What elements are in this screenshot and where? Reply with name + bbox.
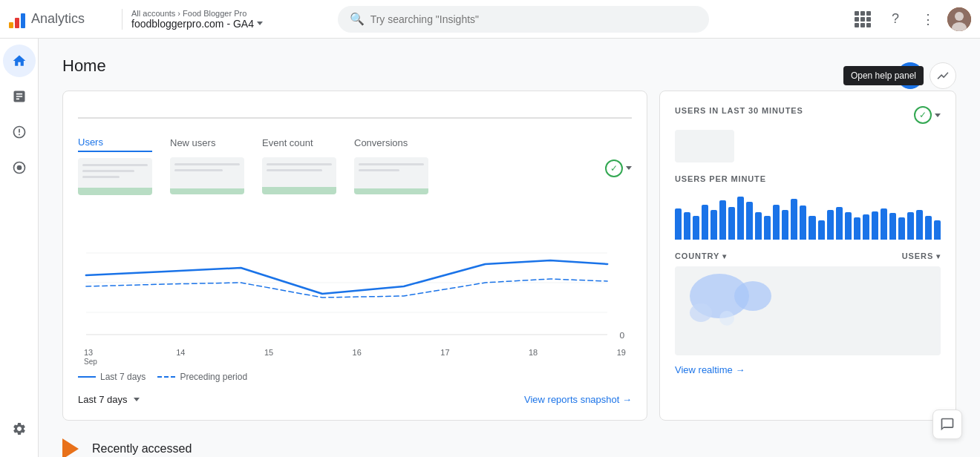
bar bbox=[889, 213, 896, 240]
account-name-selector[interactable]: foodbloggerpro.com - GA4 bbox=[131, 18, 263, 30]
bar bbox=[702, 205, 708, 240]
apps-button[interactable] bbox=[849, 6, 876, 33]
legend-last-7-days: Last 7 days bbox=[78, 372, 146, 382]
users-per-minute-title: USERS PER MINUTE bbox=[675, 174, 941, 183]
metric-conversions-thumb bbox=[354, 157, 428, 194]
chart-label-17: 17 bbox=[440, 348, 449, 366]
country-users-row: COUNTRY ▾ USERS ▾ bbox=[675, 251, 941, 260]
chart-label-15: 15 bbox=[264, 348, 273, 366]
svg-marker-10 bbox=[62, 438, 79, 457]
logo-icon bbox=[9, 10, 25, 28]
period-chevron-icon bbox=[134, 398, 140, 401]
bar bbox=[728, 207, 735, 240]
sidebar-bottom bbox=[3, 412, 36, 451]
account-chevron-down-icon bbox=[257, 22, 263, 25]
metric-users-thumb bbox=[78, 158, 152, 195]
realtime-check-circle: ✓ bbox=[914, 106, 932, 124]
country-label[interactable]: COUNTRY ▾ bbox=[675, 251, 727, 260]
bar bbox=[808, 216, 815, 240]
line-chart: 0 bbox=[78, 223, 632, 342]
bar bbox=[881, 208, 887, 240]
main-chart-card: Users New users bbox=[62, 91, 647, 421]
chat-button[interactable] bbox=[932, 410, 962, 439]
metric-conversions[interactable]: Conversions bbox=[354, 131, 446, 205]
trend-button[interactable] bbox=[930, 62, 956, 89]
bar bbox=[854, 217, 860, 240]
metric-event-count-label: Event count bbox=[262, 137, 336, 151]
bar bbox=[755, 212, 762, 240]
chart-label-19: 19 bbox=[617, 348, 626, 366]
logo-bar-2 bbox=[15, 18, 19, 28]
view-reports-link[interactable]: View reports snapshot → bbox=[524, 394, 632, 405]
svg-point-1 bbox=[955, 12, 964, 21]
users-label[interactable]: USERS ▾ bbox=[902, 251, 941, 260]
sidebar-item-explore[interactable] bbox=[3, 116, 36, 148]
legend-preceding-period: Preceding period bbox=[157, 372, 247, 382]
search-bar[interactable]: 🔍 bbox=[338, 6, 709, 33]
sidebar-item-advertising[interactable] bbox=[3, 151, 36, 184]
metric-new-users[interactable]: New users bbox=[170, 131, 262, 205]
topbar: Analytics All accounts › Food Blogger Pr… bbox=[0, 0, 980, 39]
metrics-row: Users New users bbox=[78, 131, 632, 206]
page-title: Home bbox=[62, 56, 956, 76]
map-blob-2 bbox=[734, 281, 771, 311]
bar bbox=[863, 214, 869, 240]
chart-label-14: 14 bbox=[176, 348, 185, 366]
chart-label-16: 16 bbox=[353, 348, 362, 366]
help-button[interactable]: ? bbox=[882, 6, 909, 33]
bar bbox=[710, 210, 717, 240]
account-info: All accounts › Food Blogger Pro foodblog… bbox=[122, 9, 263, 30]
map-area bbox=[675, 266, 941, 355]
bar bbox=[719, 200, 726, 240]
chart-x-labels: 13Sep 14 15 16 17 18 19 bbox=[78, 348, 632, 366]
bar bbox=[737, 197, 744, 240]
chart-legend: Last 7 days Preceding period bbox=[78, 372, 632, 382]
bar bbox=[818, 220, 825, 240]
avatar[interactable] bbox=[947, 7, 971, 31]
cards-row: Users New users bbox=[62, 91, 956, 421]
bar bbox=[684, 212, 690, 240]
realtime-check-dropdown[interactable]: ✓ bbox=[914, 106, 941, 124]
more-options-button[interactable]: ⋮ bbox=[915, 6, 941, 33]
legend-preceding-period-label: Preceding period bbox=[180, 372, 247, 382]
bar bbox=[916, 210, 923, 240]
metric-new-users-thumb bbox=[170, 157, 244, 194]
sidebar-item-admin[interactable] bbox=[3, 412, 36, 445]
metrics-check-dropdown[interactable]: ✓ bbox=[605, 160, 632, 177]
country-dropdown-icon: ▾ bbox=[722, 252, 727, 260]
bar bbox=[872, 211, 878, 240]
bar bbox=[907, 212, 914, 240]
bar bbox=[934, 220, 941, 240]
bar bbox=[675, 208, 682, 240]
bar-chart bbox=[675, 192, 941, 240]
sidebar-item-reports[interactable] bbox=[3, 80, 36, 113]
realtime-card: USERS IN LAST 30 MINUTES ✓ USERS PER MIN… bbox=[659, 91, 956, 421]
check-circle-icon: ✓ bbox=[605, 160, 623, 177]
metric-event-count[interactable]: Event count bbox=[262, 131, 354, 205]
realtime-chevron-icon bbox=[935, 114, 941, 117]
users-dropdown-icon: ▾ bbox=[936, 252, 941, 260]
period-selector[interactable]: Last 7 days bbox=[78, 394, 140, 405]
metric-users[interactable]: Users bbox=[78, 131, 170, 206]
chart-area: 0 bbox=[78, 223, 632, 342]
lightbulb-button[interactable]: 💡 bbox=[897, 62, 924, 89]
bar bbox=[845, 212, 852, 240]
svg-point-4 bbox=[16, 165, 22, 171]
search-input[interactable] bbox=[370, 13, 697, 25]
bar bbox=[782, 210, 788, 240]
bar bbox=[773, 205, 780, 240]
page-action-buttons: 💡 Open help panel bbox=[897, 62, 956, 89]
legend-solid-line bbox=[78, 376, 96, 378]
logo-bar-3 bbox=[21, 13, 25, 28]
bar bbox=[791, 199, 797, 240]
sidebar-item-home[interactable] bbox=[3, 45, 36, 77]
view-realtime-link[interactable]: View realtime → bbox=[675, 364, 941, 375]
sidebar bbox=[0, 39, 39, 457]
bar bbox=[764, 216, 771, 240]
legend-dashed-line bbox=[157, 376, 175, 378]
check-icon: ✓ bbox=[610, 163, 618, 174]
logo-area: Analytics bbox=[9, 10, 113, 28]
view-realtime-container: View realtime → bbox=[675, 364, 941, 375]
bar bbox=[925, 216, 932, 240]
chart-label-13: 13Sep bbox=[84, 348, 97, 366]
